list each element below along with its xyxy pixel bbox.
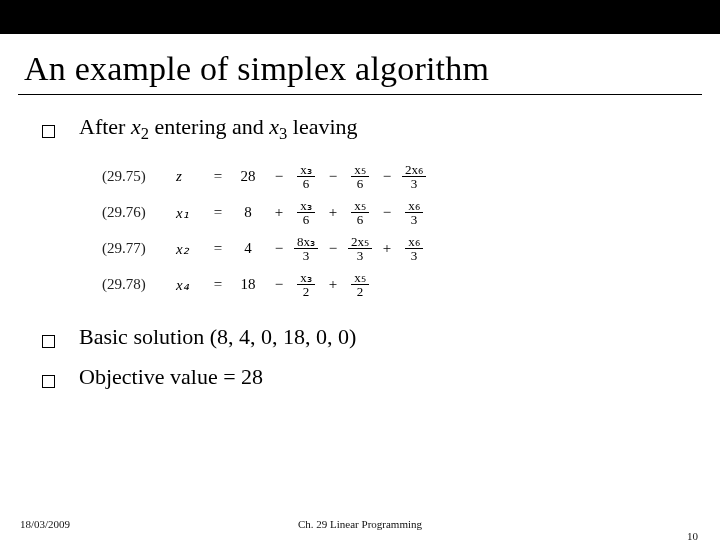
equation-op: −	[266, 240, 292, 257]
fraction-num: 8x₃	[294, 235, 318, 250]
fraction: x₅6	[346, 199, 374, 227]
fraction-den: 2	[354, 285, 367, 299]
title-underline	[18, 94, 702, 95]
top-black-bar	[0, 0, 720, 34]
equations-block: (29.75)z=28−x₃6−x₅6−2x₆3(29.76)x₁=8+x₃6+…	[102, 159, 678, 303]
equation-op: −	[374, 204, 400, 221]
fraction-num: x₃	[297, 199, 315, 214]
fraction-den: 6	[354, 213, 367, 227]
footer: 18/03/2009 Ch. 29 Linear Programming 10	[0, 518, 720, 530]
equation-var: x₂	[176, 240, 206, 258]
equation-const: 8	[230, 204, 266, 221]
equation-var: x₁	[176, 204, 206, 222]
fraction-den: 3	[408, 249, 421, 263]
bullet-marker-icon	[42, 125, 55, 138]
fraction: x₆3	[400, 235, 428, 263]
bullet-1-mid: entering and	[149, 114, 269, 139]
equation-row: (29.76)x₁=8+x₃6+x₅6−x₆3	[102, 195, 678, 231]
equation-label: (29.76)	[102, 204, 176, 221]
bullet-2-text: Basic solution (8, 4, 0, 18, 0, 0)	[79, 323, 356, 352]
fraction: x₅6	[346, 163, 374, 191]
bullet-2: Basic solution (8, 4, 0, 18, 0, 0)	[42, 323, 678, 352]
fraction-num: x₅	[351, 199, 369, 214]
fraction-num: x₃	[297, 163, 315, 178]
bullet-marker-icon	[42, 375, 55, 388]
equation-op: −	[266, 276, 292, 293]
equation-op: −	[320, 240, 346, 257]
equation-op: −	[374, 168, 400, 185]
equation-const: 18	[230, 276, 266, 293]
equation-row: (29.78)x₄=18−x₃2+x₅2	[102, 267, 678, 303]
fraction-den: 3	[300, 249, 313, 263]
bullet-1-suffix: leaving	[287, 114, 357, 139]
equation-op: −	[320, 168, 346, 185]
fraction-den: 3	[408, 213, 421, 227]
fraction-num: x₆	[405, 199, 423, 214]
fraction-den: 2	[300, 285, 313, 299]
footer-center: Ch. 29 Linear Programming	[0, 518, 720, 530]
equation-const: 4	[230, 240, 266, 257]
fraction: 2x₅3	[346, 235, 374, 263]
fraction-num: x₆	[405, 235, 423, 250]
bullet-1-text: After x2 entering and x3 leaving	[79, 113, 358, 145]
fraction-num: 2x₅	[348, 235, 372, 250]
fraction: 2x₆3	[400, 163, 428, 191]
fraction-den: 3	[354, 249, 367, 263]
fraction-den: 6	[354, 177, 367, 191]
fraction: x₃6	[292, 163, 320, 191]
equation-const: 28	[230, 168, 266, 185]
equation-var: x₄	[176, 276, 206, 294]
equation-op: +	[320, 276, 346, 293]
fraction-den: 6	[300, 213, 313, 227]
equation-label: (29.77)	[102, 240, 176, 257]
equation-op: +	[374, 240, 400, 257]
bullet-3: Objective value = 28	[42, 363, 678, 392]
fraction: x₆3	[400, 199, 428, 227]
fraction-den: 3	[408, 177, 421, 191]
fraction: x₅2	[346, 271, 374, 299]
footer-date: 18/03/2009	[20, 518, 70, 530]
equation-label: (29.78)	[102, 276, 176, 293]
slide-title: An example of simplex algorithm	[24, 50, 696, 88]
bullet-marker-icon	[42, 335, 55, 348]
bullet-1-prefix: After	[79, 114, 131, 139]
equation-label: (29.75)	[102, 168, 176, 185]
bullet-1-x2: x	[131, 114, 141, 139]
equation-op: −	[266, 168, 292, 185]
equals-sign: =	[206, 240, 230, 257]
equals-sign: =	[206, 204, 230, 221]
equals-sign: =	[206, 276, 230, 293]
bullet-1-x2-sub: 2	[141, 124, 149, 143]
fraction-den: 6	[300, 177, 313, 191]
equation-op: +	[266, 204, 292, 221]
fraction-num: x₅	[351, 271, 369, 286]
footer-page: 10	[687, 530, 698, 540]
content-area: After x2 entering and x3 leaving (29.75)…	[0, 113, 720, 392]
bullet-1-x3: x	[269, 114, 279, 139]
bullet-1: After x2 entering and x3 leaving	[42, 113, 678, 145]
bullet-3-text: Objective value = 28	[79, 363, 263, 392]
fraction-num: 2x₆	[402, 163, 426, 178]
fraction: 8x₃3	[292, 235, 320, 263]
equation-op: +	[320, 204, 346, 221]
fraction: x₃2	[292, 271, 320, 299]
equation-var: z	[176, 168, 206, 185]
fraction-num: x₃	[297, 271, 315, 286]
equation-row: (29.77)x₂=4−8x₃3−2x₅3+x₆3	[102, 231, 678, 267]
equation-row: (29.75)z=28−x₃6−x₅6−2x₆3	[102, 159, 678, 195]
equals-sign: =	[206, 168, 230, 185]
fraction-num: x₅	[351, 163, 369, 178]
fraction: x₃6	[292, 199, 320, 227]
